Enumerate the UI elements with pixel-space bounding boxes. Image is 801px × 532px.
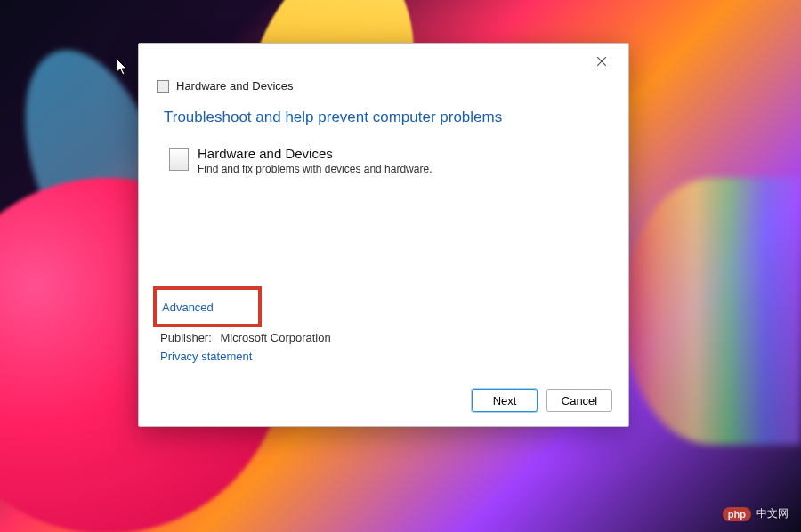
watermark-badge: php xyxy=(723,507,751,521)
next-button[interactable]: Next xyxy=(472,389,538,412)
publisher-row: Publisher: Microsoft Corporation xyxy=(160,331,603,344)
publisher-label: Publisher: xyxy=(160,331,212,344)
dialog-heading: Troubleshoot and help prevent computer p… xyxy=(164,109,603,126)
close-icon xyxy=(597,57,606,66)
background-rainbow-shape xyxy=(623,178,801,445)
advanced-link[interactable]: Advanced xyxy=(162,301,214,314)
watermark-text: 中文网 xyxy=(756,506,789,521)
watermark: php 中文网 xyxy=(723,506,789,521)
cancel-button[interactable]: Cancel xyxy=(546,389,612,412)
dialog-header-title: Hardware and Devices xyxy=(176,79,294,93)
hardware-icon xyxy=(157,80,169,93)
devices-icon xyxy=(169,148,189,171)
devices-text-block: Hardware and Devices Find and fix proble… xyxy=(198,146,432,175)
dialog-header: Hardware and Devices xyxy=(139,79,628,100)
publisher-value: Microsoft Corporation xyxy=(220,331,330,344)
privacy-row: Privacy statement xyxy=(160,348,603,364)
devices-section: Hardware and Devices Find and fix proble… xyxy=(169,146,603,175)
devices-description: Find and fix problems with devices and h… xyxy=(198,163,432,175)
troubleshooter-dialog: Hardware and Devices Troubleshoot and he… xyxy=(138,43,629,427)
devices-title: Hardware and Devices xyxy=(198,146,432,161)
dialog-content: Troubleshoot and help prevent computer p… xyxy=(139,100,628,286)
close-button[interactable] xyxy=(584,48,619,75)
mouse-cursor-icon xyxy=(117,59,131,77)
button-row: Next Cancel xyxy=(139,376,628,426)
titlebar xyxy=(139,44,628,79)
advanced-highlight-box: Advanced xyxy=(153,286,262,327)
privacy-statement-link[interactable]: Privacy statement xyxy=(160,350,252,363)
footer-links: Advanced Publisher: Microsoft Corporatio… xyxy=(139,286,628,376)
